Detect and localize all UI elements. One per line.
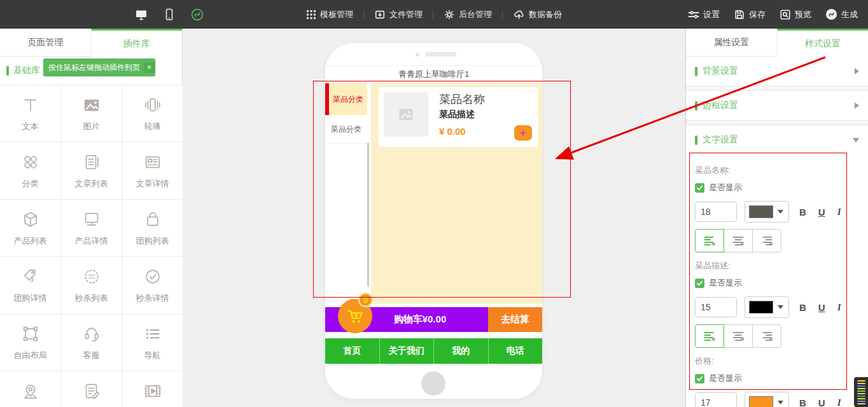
widget-article-list[interactable]: 文章列表 xyxy=(61,142,122,199)
category-icon xyxy=(21,152,40,172)
widget-product-detail[interactable]: 产品详情 xyxy=(61,200,122,256)
page-title: 青青原上草咖啡厅1 xyxy=(325,66,542,83)
tab-attribute-settings[interactable]: 属性设置 xyxy=(686,29,777,57)
font-color-select[interactable] xyxy=(745,296,789,318)
widget-group-detail[interactable]: 团购详情 xyxy=(0,257,60,314)
list-icon xyxy=(143,324,162,344)
widget-seckill-detail[interactable]: 秒杀详情 xyxy=(122,257,183,314)
category-item-active[interactable]: 菜品分类 xyxy=(325,83,367,115)
align-center-button[interactable] xyxy=(724,324,753,348)
category-item[interactable]: 菜品分类 xyxy=(325,115,367,144)
nav-item-about[interactable]: 关于我们 xyxy=(379,338,434,364)
dish-card[interactable]: 菜品名称 菜品描述 ¥ 0.00 + xyxy=(379,87,538,147)
nav-item-phone[interactable]: 电话 xyxy=(488,338,543,364)
image-placeholder-icon xyxy=(384,92,428,137)
bold-button[interactable]: B xyxy=(799,207,806,217)
widget-nav[interactable]: 导航 xyxy=(122,314,183,371)
category-scrollbar xyxy=(367,142,369,287)
widget-carousel[interactable]: 轮播 xyxy=(122,85,183,142)
nav-item-mine[interactable]: 我的 xyxy=(433,338,488,364)
widget-category[interactable]: 分类 xyxy=(0,142,60,199)
widget-label: 图片 xyxy=(83,121,100,132)
speaker-slot xyxy=(425,52,456,57)
save-button[interactable]: 保存 xyxy=(734,9,766,20)
section-background-settings[interactable]: 背景设置 xyxy=(686,57,868,86)
widget-form[interactable]: 表单 xyxy=(61,371,122,407)
widget-image[interactable]: 图片 xyxy=(61,85,122,142)
widget-label: 产品详情 xyxy=(75,235,108,247)
caret-down-icon xyxy=(853,138,859,142)
show-checkbox[interactable] xyxy=(695,279,704,288)
add-dish-button[interactable]: + xyxy=(514,125,532,141)
product-detail-icon xyxy=(82,209,101,230)
menu-label: 数据备份 xyxy=(529,9,562,20)
link-icon[interactable] xyxy=(191,8,204,21)
align-right-button[interactable] xyxy=(752,229,781,252)
widget-label: 秒杀列表 xyxy=(75,293,108,304)
drag-hint-tooltip: 按住鼠标左键拖动插件到页 × xyxy=(43,59,155,76)
underline-button[interactable]: U xyxy=(818,397,825,407)
italic-button[interactable]: I xyxy=(837,397,841,407)
bold-button[interactable]: B xyxy=(799,397,806,407)
generate-button[interactable]: 生成 xyxy=(825,8,858,20)
caret-down-icon xyxy=(778,210,783,214)
widget-group-list[interactable]: 团购列表 xyxy=(122,200,183,256)
italic-button[interactable]: I xyxy=(837,302,841,313)
preview-button[interactable]: 预览 xyxy=(780,9,811,20)
widget-seckill-list[interactable]: 秒杀列表 xyxy=(61,257,122,314)
divider xyxy=(433,10,433,19)
tooltip-close-button[interactable]: × xyxy=(144,62,155,73)
show-checkbox[interactable] xyxy=(695,374,704,383)
italic-button[interactable]: I xyxy=(837,207,841,217)
section-label: 边框设置 xyxy=(703,100,738,111)
tab-plugin-library[interactable]: 插件库 xyxy=(91,29,183,57)
widget-product-list[interactable]: 产品列表 xyxy=(0,200,60,256)
nav-item-home[interactable]: 首页 xyxy=(325,338,379,364)
section-text-settings[interactable]: 文字设置 xyxy=(686,125,868,155)
menu-file-manage[interactable]: 文件管理 xyxy=(374,9,423,20)
field-label-dish-desc: 菜品描述: xyxy=(695,260,868,272)
align-left-button[interactable] xyxy=(695,324,724,348)
align-right-button[interactable] xyxy=(752,324,781,348)
left-panel: 页面管理 插件库 基础库 按住鼠标左键拖动插件到页 × 文本 图片 轮播 分类 … xyxy=(0,29,183,407)
bold-button[interactable]: B xyxy=(799,302,806,313)
font-color-select[interactable] xyxy=(745,201,789,223)
align-center-button[interactable] xyxy=(724,229,753,252)
home-button[interactable] xyxy=(421,371,445,396)
widget-service[interactable]: 客服 xyxy=(61,314,122,371)
widget-label: 客服 xyxy=(83,350,100,361)
font-color-select[interactable] xyxy=(745,392,789,407)
divider xyxy=(363,10,364,19)
menu-data-backup[interactable]: 数据备份 xyxy=(513,9,562,20)
widget-label: 文本 xyxy=(22,121,39,132)
menu-backend-manage[interactable]: 后台管理 xyxy=(444,9,492,20)
font-size-input[interactable] xyxy=(695,392,737,407)
font-size-input[interactable] xyxy=(695,202,737,222)
widget-map[interactable]: 地图 xyxy=(0,371,60,407)
widget-label: 团购详情 xyxy=(14,293,47,304)
font-size-input[interactable] xyxy=(695,297,737,317)
show-checkbox[interactable] xyxy=(695,183,704,193)
underline-button[interactable]: U xyxy=(818,302,825,313)
tab-style-settings[interactable]: 样式设置 xyxy=(777,29,868,57)
menu-plugin-body[interactable]: 菜品分类 菜品分类 菜品名称 菜品描述 ¥ 0.00 + xyxy=(325,83,542,304)
desktop-icon[interactable] xyxy=(135,8,148,21)
checkout-button[interactable]: 去结算 xyxy=(488,307,542,332)
image-icon xyxy=(81,95,102,115)
section-border-settings[interactable]: 边框设置 xyxy=(686,91,868,120)
topbar-right-menu: 设置 保存 预览 生成 xyxy=(688,0,858,29)
scroll-widget[interactable] xyxy=(854,377,868,407)
align-left-button[interactable] xyxy=(695,229,724,252)
bottom-nav: 首页 关于我们 我的 电话 xyxy=(325,338,542,364)
mobile-icon[interactable] xyxy=(164,8,174,21)
shopping-bag-icon xyxy=(143,209,162,230)
widget-article-detail[interactable]: 文章详情 xyxy=(122,142,183,199)
tab-page-manage[interactable]: 页面管理 xyxy=(0,29,91,57)
widget-text[interactable]: 文本 xyxy=(0,85,60,142)
widget-free-layout[interactable]: 自由布局 xyxy=(0,314,60,371)
widget-video[interactable]: 视频 xyxy=(122,371,183,407)
carousel-icon xyxy=(143,95,162,115)
underline-button[interactable]: U xyxy=(818,207,825,217)
menu-template-manage[interactable]: 模板管理 xyxy=(306,9,353,20)
settings-button[interactable]: 设置 xyxy=(688,9,720,20)
